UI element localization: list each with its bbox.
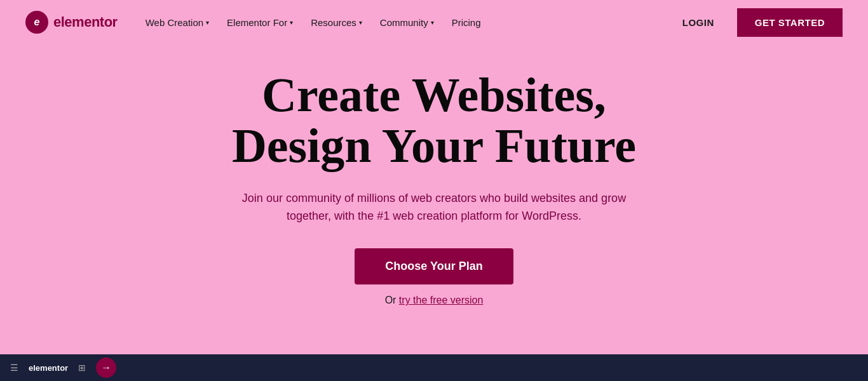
nav-left: e elementor Web Creation ▾ Elementor For… xyxy=(25,11,489,34)
nav-link-web-creation[interactable]: Web Creation ▾ xyxy=(138,12,217,33)
nav-link-pricing[interactable]: Pricing xyxy=(444,12,489,33)
hero-title-line2: Design Your Future xyxy=(232,119,636,172)
chevron-down-icon: ▾ xyxy=(206,19,209,26)
choose-plan-button[interactable]: Choose Your Plan xyxy=(355,248,513,284)
arrow-icon[interactable]: → xyxy=(96,358,116,378)
nav-link-elementor-for[interactable]: Elementor For ▾ xyxy=(219,12,301,33)
chevron-down-icon: ▾ xyxy=(359,19,362,26)
bottom-bar-logo: elementor xyxy=(29,363,68,373)
logo[interactable]: e elementor xyxy=(25,11,118,34)
nav-right: LOGIN GET STARTED xyxy=(670,8,843,37)
grid-icon[interactable]: ⊞ xyxy=(78,363,86,373)
cta-container: Choose Your Plan Or try the free version xyxy=(355,248,513,306)
free-version-link[interactable]: try the free version xyxy=(399,295,484,305)
chevron-down-icon: ▾ xyxy=(431,19,434,26)
menu-icon[interactable]: ☰ xyxy=(10,363,18,373)
logo-icon-letter: e xyxy=(34,17,40,28)
navbar: e elementor Web Creation ▾ Elementor For… xyxy=(0,0,868,44)
logo-icon: e xyxy=(25,11,48,34)
login-button[interactable]: LOGIN xyxy=(670,11,727,34)
nav-link-resources[interactable]: Resources ▾ xyxy=(303,12,370,33)
bottom-bar: ☰ elementor ⊞ → xyxy=(0,354,868,381)
hero-section: Create Websites, Design Your Future Join… xyxy=(0,44,868,319)
free-version-text: Or try the free version xyxy=(385,295,484,306)
chevron-down-icon: ▾ xyxy=(290,19,293,26)
nav-link-community[interactable]: Community ▾ xyxy=(372,12,442,33)
nav-links: Web Creation ▾ Elementor For ▾ Resources… xyxy=(138,12,489,33)
logo-wordmark: elementor xyxy=(53,14,118,30)
hero-title: Create Websites, Design Your Future xyxy=(232,70,636,171)
hero-title-line1: Create Websites, xyxy=(262,68,606,121)
get-started-button[interactable]: GET STARTED xyxy=(737,8,843,37)
free-version-prefix: Or xyxy=(385,295,399,305)
hero-subtitle: Join our community of millions of web cr… xyxy=(237,189,631,226)
